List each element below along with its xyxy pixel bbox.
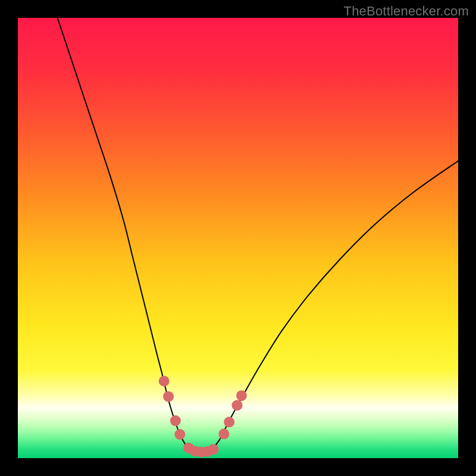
curve-left-arm — [58, 18, 194, 451]
marker-dot — [170, 415, 181, 426]
marker-dot — [232, 400, 243, 411]
watermark-text: TheBottlenecker.com — [344, 4, 469, 19]
marker-dot — [208, 444, 219, 455]
marker-dot — [174, 429, 185, 440]
marker-dot — [218, 428, 229, 439]
plot-area — [18, 18, 458, 458]
marker-dot — [224, 416, 234, 427]
highlight-markers — [159, 376, 247, 458]
marker-dot — [236, 390, 247, 401]
marker-dot — [159, 376, 170, 387]
chart-stage: TheBottlenecker.com — [0, 0, 476, 476]
marker-dot — [163, 391, 174, 402]
curve-layer — [18, 18, 458, 458]
curve-right-arm — [212, 161, 458, 450]
